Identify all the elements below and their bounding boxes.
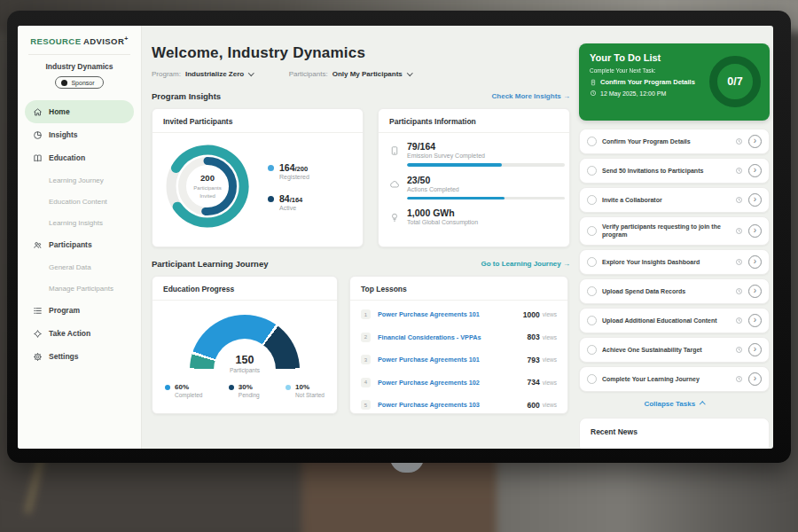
todo-progress-ring: 0/7 — [709, 56, 761, 107]
gear-icon — [33, 352, 43, 362]
checkbox-icon[interactable] — [587, 316, 597, 325]
sidebar-item-manage-participants[interactable]: Manage Participants — [25, 278, 134, 299]
checkbox-icon[interactable] — [587, 137, 597, 146]
chevron-right-icon[interactable]: › — [748, 314, 762, 327]
monitor-bezel: RESOURCE ADVISOR+ Industry Dynamics Spon… — [7, 11, 791, 463]
rank-badge: 3 — [361, 355, 371, 364]
chevron-right-icon[interactable]: › — [748, 255, 762, 269]
task-achieve-sustainability-target[interactable]: Achieve One Sustainability Target › — [579, 337, 770, 363]
recent-news-card: Recent News — [579, 418, 770, 449]
todo-header-card: Your To Do List Complete Your Next Task:… — [579, 43, 770, 121]
legend-not-started: 10% Not Started — [286, 383, 325, 398]
sidebar-item-general-data[interactable]: General Data — [25, 256, 134, 278]
people-icon — [33, 240, 43, 250]
participants-information-card: Participants Information 79/164 Emission… — [378, 108, 570, 247]
sidebar-item-program[interactable]: Program — [25, 299, 134, 322]
chevron-right-icon[interactable]: › — [748, 164, 762, 177]
legend-completed: 60% Completed — [165, 383, 202, 398]
stat-actions: 23/50 Actions Completed — [389, 175, 559, 200]
chevron-right-icon[interactable]: › — [748, 135, 762, 148]
lesson-row: 3 Power Purchase Agreements 101 793views — [361, 348, 557, 372]
lesson-link[interactable]: Power Purchase Agreements 101 — [378, 356, 528, 364]
collapse-tasks-link[interactable]: Collapse Tasks — [579, 400, 770, 408]
stat-emission-survey: 79/164 Emission Survey Completed — [389, 141, 559, 167]
arrow-right-icon: → — [563, 260, 570, 268]
checkbox-icon[interactable] — [587, 257, 597, 267]
spark-icon — [33, 329, 43, 339]
sidebar-item-learning-journey[interactable]: Learning Journey — [25, 169, 134, 191]
active-dot — [268, 196, 274, 202]
learning-journey-title: Participant Learning Journey — [152, 259, 268, 269]
checkbox-icon[interactable] — [587, 195, 597, 205]
sidebar: RESOURCE ADVISOR+ Industry Dynamics Spon… — [18, 26, 142, 449]
legend-active: 84/164 Active — [268, 193, 309, 211]
todo-panel: Your To Do List Complete Your Next Task:… — [579, 26, 770, 449]
program-insights-title: Program Insights — [152, 91, 221, 101]
clock-icon — [735, 346, 743, 354]
dashboard-screen: RESOURCE ADVISOR+ Industry Dynamics Spon… — [18, 26, 773, 449]
sidebar-item-learning-insights[interactable]: Learning Insights — [25, 212, 134, 233]
sidebar-item-participants[interactable]: Participants — [25, 233, 134, 256]
chevron-down-icon — [248, 70, 254, 75]
sponsor-icon — [61, 80, 67, 86]
rank-badge: 5 — [361, 400, 371, 410]
lesson-link[interactable]: Power Purchase Agreements 103 — [378, 401, 528, 409]
task-upload-spend-data[interactable]: Upload Spend Data Records › — [579, 278, 770, 304]
sidebar-item-take-action[interactable]: Take Action — [25, 322, 134, 345]
sidebar-item-education[interactable]: Education — [25, 146, 134, 169]
task-invite-collaborator[interactable]: Invite a Collaborator › — [579, 187, 770, 213]
lesson-link[interactable]: Financial Considerations - VPPAs — [378, 333, 528, 341]
checkbox-icon[interactable] — [587, 226, 597, 236]
participants-filter[interactable]: Participants:Only My Participants — [289, 70, 412, 78]
sidebar-item-insights[interactable]: Insights — [25, 123, 134, 146]
check-more-insights-link[interactable]: Check More Insights → — [492, 92, 570, 100]
pending-dot — [229, 385, 234, 390]
invited-donut-chart: 200 Participants Invited — [161, 140, 254, 232]
chevron-right-icon[interactable]: › — [748, 224, 762, 238]
sidebar-nav: Home Insights Education Learning Journey… — [25, 100, 134, 368]
clock-icon — [735, 137, 743, 145]
actions-progress-bar — [407, 197, 565, 200]
task-verify-participants[interactable]: Verify participants requesting to join t… — [579, 216, 770, 246]
rank-badge: 4 — [361, 378, 371, 387]
sidebar-item-settings[interactable]: Settings — [25, 345, 134, 368]
completed-dot — [165, 385, 170, 390]
task-confirm-program-details[interactable]: Confirm Your Program Details › — [579, 129, 770, 154]
clock-icon — [735, 375, 743, 383]
lesson-link[interactable]: Power Purchase Agreements 101 — [378, 310, 523, 318]
task-complete-learning-journey[interactable]: Complete Your Learning Journey › — [579, 366, 770, 392]
task-explore-insights[interactable]: Explore Your Insights Dashboard › — [579, 249, 770, 275]
clock-icon — [735, 287, 743, 295]
clock-icon — [735, 196, 743, 204]
page-title: Welcome, Industry Dynamics — [152, 44, 570, 62]
go-to-learning-journey-link[interactable]: Go to Learning Journey → — [481, 260, 570, 268]
education-progress-card: Education Progress 150 Participants 60% … — [152, 276, 338, 414]
clock-icon — [735, 227, 743, 235]
chevron-right-icon[interactable]: › — [748, 285, 762, 298]
clock-icon — [735, 167, 743, 175]
checkbox-icon[interactable] — [587, 166, 597, 176]
sidebar-item-home[interactable]: Home — [25, 100, 134, 123]
task-upload-educational-content[interactable]: Upload Additional Educational Content › — [579, 308, 770, 333]
book-icon — [33, 153, 43, 163]
chevron-up-icon — [700, 402, 705, 407]
checkbox-icon[interactable] — [587, 345, 597, 355]
cloud-icon — [389, 179, 400, 190]
clock-icon — [735, 258, 743, 266]
chevron-right-icon[interactable]: › — [748, 343, 762, 356]
checkbox-icon[interactable] — [587, 374, 597, 384]
program-filter[interactable]: Program:Industrialize Zero — [152, 70, 254, 78]
sponsor-badge: Sponsor — [55, 76, 103, 89]
task-send-invitations[interactable]: Send 50 Invitations to Participants › — [579, 158, 770, 184]
not-started-dot — [286, 385, 291, 390]
lesson-link[interactable]: Power Purchase Agreements 102 — [378, 379, 528, 387]
checkbox-icon[interactable] — [587, 286, 597, 296]
chevron-right-icon[interactable]: › — [748, 193, 762, 207]
chevron-right-icon[interactable]: › — [748, 372, 762, 386]
task-list: Confirm Your Program Details › Send 50 I… — [579, 129, 770, 392]
sidebar-item-education-content[interactable]: Education Content — [25, 191, 134, 212]
resource-advisor-logo: RESOURCE ADVISOR+ — [25, 35, 134, 46]
legend-pending: 30% Pending — [229, 383, 260, 398]
rank-badge: 2 — [361, 332, 371, 342]
clock-icon — [590, 90, 597, 97]
